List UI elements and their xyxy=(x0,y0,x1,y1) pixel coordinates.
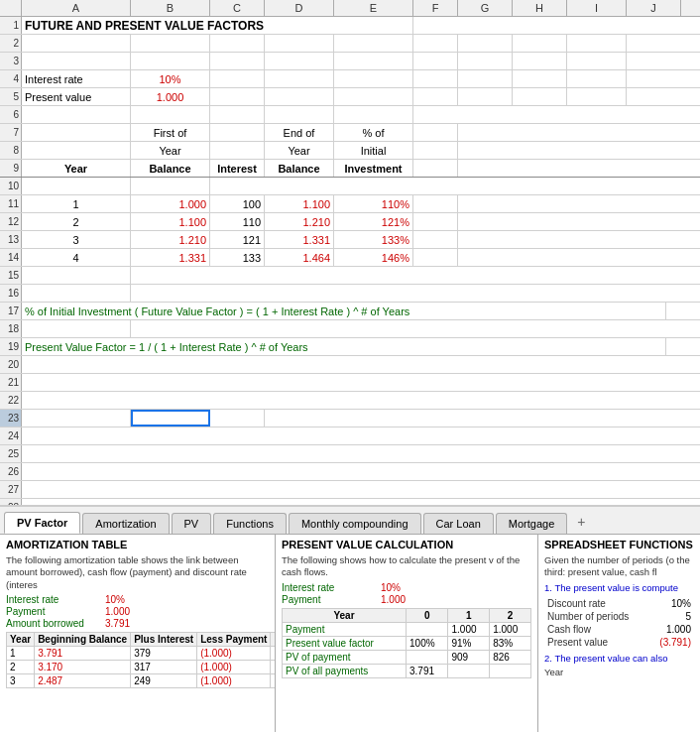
cell-b12[interactable]: 1.100 xyxy=(131,213,210,230)
cell-g4[interactable] xyxy=(458,70,513,87)
cell-e14[interactable]: 146% xyxy=(334,249,413,266)
cell-b2[interactable] xyxy=(131,35,210,52)
cell-b11[interactable]: 1.000 xyxy=(131,195,210,212)
cell-i4[interactable] xyxy=(567,70,627,87)
cell-a5[interactable]: Present value xyxy=(22,88,131,105)
cell-d7[interactable]: End of xyxy=(265,124,334,141)
add-tab-button[interactable]: + xyxy=(569,510,593,534)
cell-h5[interactable] xyxy=(513,88,567,105)
cell-d12[interactable]: 1.210 xyxy=(265,213,334,230)
cell-b10[interactable] xyxy=(131,178,210,194)
cell-a1[interactable]: FUTURE AND PRESENT VALUE FACTORS xyxy=(22,17,413,34)
cell-a3[interactable] xyxy=(22,53,131,69)
cell-c3[interactable] xyxy=(210,53,265,69)
cell-i2[interactable] xyxy=(567,35,627,52)
cell-g5[interactable] xyxy=(458,88,513,105)
cell-a16[interactable] xyxy=(22,285,131,302)
cell-e5[interactable] xyxy=(334,88,413,105)
cell-f11[interactable] xyxy=(413,195,458,212)
cell-b5[interactable]: 1.000 xyxy=(131,88,210,105)
cell-d5[interactable] xyxy=(265,88,334,105)
cell-a2[interactable] xyxy=(22,35,131,52)
cell-f3[interactable] xyxy=(413,53,458,69)
cell-a13[interactable]: 3 xyxy=(22,231,131,248)
tab-pv[interactable]: PV xyxy=(172,513,212,534)
cell-b8[interactable]: Year xyxy=(131,142,210,159)
cell-d13[interactable]: 1.331 xyxy=(265,231,334,248)
cell-formula1[interactable]: % of Initial Investment ( Future Value F… xyxy=(22,303,666,319)
cell-a10[interactable] xyxy=(22,178,131,194)
tab-pv-factor[interactable]: PV Factor xyxy=(4,512,80,534)
cell-a11[interactable]: 1 xyxy=(22,195,131,212)
cell-c9[interactable]: Interest xyxy=(210,160,265,177)
cell-a6[interactable] xyxy=(22,106,131,123)
cell-a7[interactable] xyxy=(22,124,131,141)
cell-c14[interactable]: 133 xyxy=(210,249,265,266)
cell-f13[interactable] xyxy=(413,231,458,248)
cell-e3[interactable] xyxy=(334,53,413,69)
cell-c12[interactable]: 110 xyxy=(210,213,265,230)
cell-h4[interactable] xyxy=(513,70,567,87)
cell-b9[interactable]: Balance xyxy=(131,160,210,177)
tab-mortgage[interactable]: Mortgage xyxy=(496,513,567,534)
cell-e2[interactable] xyxy=(334,35,413,52)
cell-d4[interactable] xyxy=(265,70,334,87)
cell-b3[interactable] xyxy=(131,53,210,69)
cell-c7[interactable] xyxy=(210,124,265,141)
cell-h2[interactable] xyxy=(513,35,567,52)
cell-e8[interactable]: Initial xyxy=(334,142,413,159)
cell-c5[interactable] xyxy=(210,88,265,105)
cell-a9[interactable]: Year xyxy=(22,160,131,177)
cell-b4[interactable]: 10% xyxy=(131,70,210,87)
cell-d2[interactable] xyxy=(265,35,334,52)
cell-i5[interactable] xyxy=(567,88,627,105)
cell-e4[interactable] xyxy=(334,70,413,87)
cell-d3[interactable] xyxy=(265,53,334,69)
cell-a15[interactable] xyxy=(22,267,131,284)
cell-i3[interactable] xyxy=(567,53,627,69)
cell-e13[interactable]: 133% xyxy=(334,231,413,248)
cell-e9[interactable]: Investment xyxy=(334,160,413,177)
cell-c13[interactable]: 121 xyxy=(210,231,265,248)
cell-f12[interactable] xyxy=(413,213,458,230)
cell-c8[interactable] xyxy=(210,142,265,159)
cell-f8[interactable] xyxy=(413,142,458,159)
cell-a12[interactable]: 2 xyxy=(22,213,131,230)
tab-functions[interactable]: Functions xyxy=(213,513,287,534)
cell-d8[interactable]: Year xyxy=(265,142,334,159)
cell-a8[interactable] xyxy=(22,142,131,159)
cell-g2[interactable] xyxy=(458,35,513,52)
cell-b7[interactable]: First of xyxy=(131,124,210,141)
cell-e7[interactable]: % of xyxy=(334,124,413,141)
cell-b23[interactable] xyxy=(131,410,210,427)
cell-c2[interactable] xyxy=(210,35,265,52)
cell-f2[interactable] xyxy=(413,35,458,52)
cell-d14[interactable]: 1.464 xyxy=(265,249,334,266)
cell-f4[interactable] xyxy=(413,70,458,87)
cell-e11[interactable]: 110% xyxy=(334,195,413,212)
cell-b14[interactable]: 1.331 xyxy=(131,249,210,266)
cell-f7[interactable] xyxy=(413,124,458,141)
cell-a14[interactable]: 4 xyxy=(22,249,131,266)
cell-f14[interactable] xyxy=(413,249,458,266)
cell-d6[interactable] xyxy=(265,106,334,123)
cell-h3[interactable] xyxy=(513,53,567,69)
cell-d9[interactable]: Balance xyxy=(265,160,334,177)
cell-c23[interactable] xyxy=(210,410,265,427)
tab-car-loan[interactable]: Car Loan xyxy=(423,513,494,534)
cell-c11[interactable]: 100 xyxy=(210,195,265,212)
cell-formula2[interactable]: Present Value Factor = 1 / ( 1 + Interes… xyxy=(22,338,666,355)
cell-f5[interactable] xyxy=(413,88,458,105)
cell-a23[interactable] xyxy=(22,410,131,427)
cell-f9[interactable] xyxy=(413,160,458,177)
cell-c6[interactable] xyxy=(210,106,265,123)
cell-b6[interactable] xyxy=(131,106,210,123)
cell-e6[interactable] xyxy=(334,106,413,123)
cell-g3[interactable] xyxy=(458,53,513,69)
cell-a4[interactable]: Interest rate xyxy=(22,70,131,87)
cell-e12[interactable]: 121% xyxy=(334,213,413,230)
tab-monthly[interactable]: Monthly compounding xyxy=(289,513,421,534)
cell-b13[interactable]: 1.210 xyxy=(131,231,210,248)
cell-a18[interactable] xyxy=(22,320,131,337)
cell-d11[interactable]: 1.100 xyxy=(265,195,334,212)
